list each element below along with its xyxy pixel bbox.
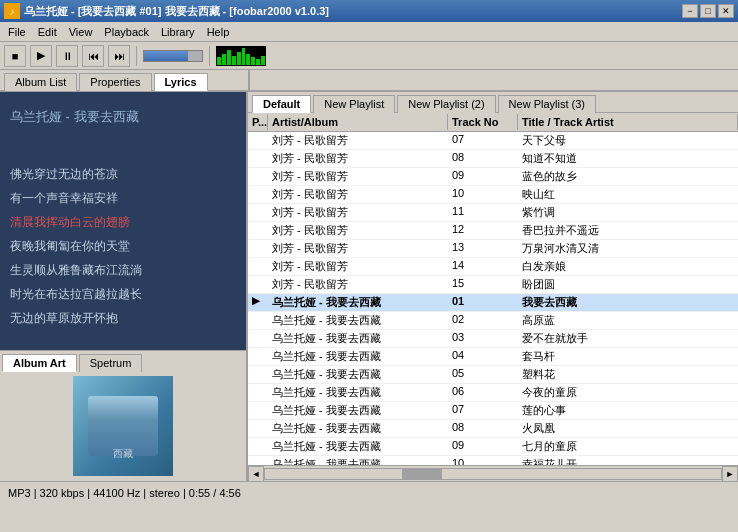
playlist-row-4[interactable]: 刘芳 - 民歌留芳11紫竹调 [248, 204, 738, 222]
title-cell-10: 高原蓝 [518, 312, 738, 329]
status-text: MP3 | 320 kbps | 44100 Hz | stereo | 0:5… [8, 487, 241, 499]
spectrum-bar-4 [232, 56, 236, 65]
playlist-tab-new2[interactable]: New Playlist (2) [397, 95, 495, 113]
title-cell-3: 映山红 [518, 186, 738, 203]
playlist-row-17[interactable]: 乌兰托娅 - 我要去西藏09七月的童原 [248, 438, 738, 456]
horizontal-scrollbar[interactable]: ◄ ► [248, 465, 738, 481]
playlist-row-11[interactable]: 乌兰托娅 - 我要去西藏03爱不在就放手 [248, 330, 738, 348]
stop-button[interactable]: ■ [4, 45, 26, 67]
top-tab-strip: Album List Properties Lyrics [0, 70, 738, 91]
col-header-title[interactable]: Title / Track Artist [518, 114, 738, 130]
spectrum-bar-1 [217, 57, 221, 64]
title-text: ♪ 乌兰托娅 - [我要去西藏 #01] 我要去西藏 - [foobar2000… [4, 3, 329, 19]
right-tabs-spacer [248, 70, 738, 90]
play-indicator-18 [248, 456, 268, 465]
close-button[interactable]: ✕ [718, 4, 734, 18]
lyric-line-7: 时光在布达拉宫越拉越长 [10, 282, 236, 306]
title-cell-12: 套马杆 [518, 348, 738, 365]
spectrum-bar-2 [222, 54, 226, 65]
playlist-row-10[interactable]: 乌兰托娅 - 我要去西藏02高原蓝 [248, 312, 738, 330]
lyric-line-5: 夜晚我匍匐在你的天堂 [10, 234, 236, 258]
tab-album-list[interactable]: Album List [4, 73, 77, 91]
right-panel: Default New Playlist New Playlist (2) Ne… [248, 92, 738, 481]
artist-cell-6: 刘芳 - 民歌留芳 [268, 240, 448, 257]
spectrum-bar-9 [256, 59, 260, 64]
album-art-area [0, 371, 246, 481]
tab-properties[interactable]: Properties [79, 73, 151, 91]
playlist-row-7[interactable]: 刘芳 - 民歌留芳14白发亲娘 [248, 258, 738, 276]
playlist-row-8[interactable]: 刘芳 - 民歌留芳15盼团圆 [248, 276, 738, 294]
playlist-row-6[interactable]: 刘芳 - 民歌留芳13万泉河水清又清 [248, 240, 738, 258]
album-art-image [73, 376, 173, 476]
track-cell-4: 11 [448, 204, 518, 221]
tab-album-art[interactable]: Album Art [2, 354, 77, 372]
play-indicator-17 [248, 438, 268, 455]
lyrics-area: 乌兰托娅 - 我要去西藏 佛光穿过无边的苍凉 有一个声音幸福安祥 清晨我挥动白云… [0, 92, 246, 350]
tab-spectrum[interactable]: Spetrum [79, 354, 143, 372]
playlist-row-15[interactable]: 乌兰托娅 - 我要去西藏07莲的心事 [248, 402, 738, 420]
playlist-body[interactable]: 刘芳 - 民歌留芳07天下父母刘芳 - 民歌留芳08知道不知道刘芳 - 民歌留芳… [248, 132, 738, 465]
window-title: 乌兰托娅 - [我要去西藏 #01] 我要去西藏 - [foobar2000 v… [24, 4, 329, 19]
col-header-artist[interactable]: Artist/Album [268, 114, 448, 130]
title-cell-7: 白发亲娘 [518, 258, 738, 275]
volume-bar[interactable] [143, 50, 203, 62]
menu-item-edit[interactable]: Edit [32, 24, 63, 40]
playlist-tab-new3[interactable]: New Playlist (3) [498, 95, 596, 113]
playlist-row-2[interactable]: 刘芳 - 民歌留芳09蓝色的故乡 [248, 168, 738, 186]
lyric-line-active: 清晨我挥动白云的翅膀 [10, 210, 236, 234]
playlist-row-5[interactable]: 刘芳 - 民歌留芳12香巴拉并不遥远 [248, 222, 738, 240]
menu-item-library[interactable]: Library [155, 24, 201, 40]
next-button[interactable]: ⏭ [108, 45, 130, 67]
prev-button[interactable]: ⏮ [82, 45, 104, 67]
playlist-tab-new[interactable]: New Playlist [313, 95, 395, 113]
playlist-row-14[interactable]: 乌兰托娅 - 我要去西藏06今夜的童原 [248, 384, 738, 402]
playlist-tab-default[interactable]: Default [252, 95, 311, 113]
lyrics-title: 乌兰托娅 - 我要去西藏 [10, 104, 236, 130]
playlist-row-12[interactable]: 乌兰托娅 - 我要去西藏04套马杆 [248, 348, 738, 366]
artist-cell-18: 乌兰托娅 - 我要去西藏 [268, 456, 448, 465]
menu-item-help[interactable]: Help [201, 24, 236, 40]
track-cell-2: 09 [448, 168, 518, 185]
artist-cell-8: 刘芳 - 民歌留芳 [268, 276, 448, 293]
spectrum-bar-5 [237, 52, 241, 65]
h-scroll-left[interactable]: ◄ [248, 466, 264, 482]
playlist-row-1[interactable]: 刘芳 - 民歌留芳08知道不知道 [248, 150, 738, 168]
playlist-row-16[interactable]: 乌兰托娅 - 我要去西藏08火凤凰 [248, 420, 738, 438]
playlist-row-13[interactable]: 乌兰托娅 - 我要去西藏05塑料花 [248, 366, 738, 384]
h-scroll-thumb [402, 469, 442, 479]
artist-cell-5: 刘芳 - 民歌留芳 [268, 222, 448, 239]
tab-lyrics[interactable]: Lyrics [154, 73, 208, 91]
toolbar-separator-2 [209, 46, 210, 66]
pause-button[interactable]: ⏸ [56, 45, 78, 67]
track-cell-14: 06 [448, 384, 518, 401]
play-indicator-2 [248, 168, 268, 185]
menu-item-file[interactable]: File [2, 24, 32, 40]
col-header-playing[interactable]: P... [248, 114, 268, 130]
play-button[interactable]: ▶ [30, 45, 52, 67]
playlist-row-9[interactable]: ▶乌兰托娅 - 我要去西藏01我要去西藏 [248, 294, 738, 312]
menu-item-playback[interactable]: Playback [98, 24, 155, 40]
maximize-button[interactable]: □ [700, 4, 716, 18]
track-cell-15: 07 [448, 402, 518, 419]
track-cell-0: 07 [448, 132, 518, 149]
h-scroll-right[interactable]: ► [722, 466, 738, 482]
col-header-track[interactable]: Track No [448, 114, 518, 130]
playlist-row-0[interactable]: 刘芳 - 民歌留芳07天下父母 [248, 132, 738, 150]
title-cell-16: 火凤凰 [518, 420, 738, 437]
track-cell-13: 05 [448, 366, 518, 383]
artist-cell-4: 刘芳 - 民歌留芳 [268, 204, 448, 221]
menu-item-view[interactable]: View [63, 24, 99, 40]
artist-cell-1: 刘芳 - 民歌留芳 [268, 150, 448, 167]
playlist-row-18[interactable]: 乌兰托娅 - 我要去西藏10幸福花儿开 [248, 456, 738, 465]
spectrum-bar-10 [261, 56, 265, 65]
minimize-button[interactable]: − [682, 4, 698, 18]
play-indicator-8 [248, 276, 268, 293]
artist-cell-17: 乌兰托娅 - 我要去西藏 [268, 438, 448, 455]
track-cell-10: 02 [448, 312, 518, 329]
h-scroll-track[interactable] [264, 468, 722, 480]
play-indicator-1 [248, 150, 268, 167]
toolbar-separator [136, 46, 137, 66]
title-bar: ♪ 乌兰托娅 - [我要去西藏 #01] 我要去西藏 - [foobar2000… [0, 0, 738, 22]
title-cell-1: 知道不知道 [518, 150, 738, 167]
playlist-row-3[interactable]: 刘芳 - 民歌留芳10映山红 [248, 186, 738, 204]
